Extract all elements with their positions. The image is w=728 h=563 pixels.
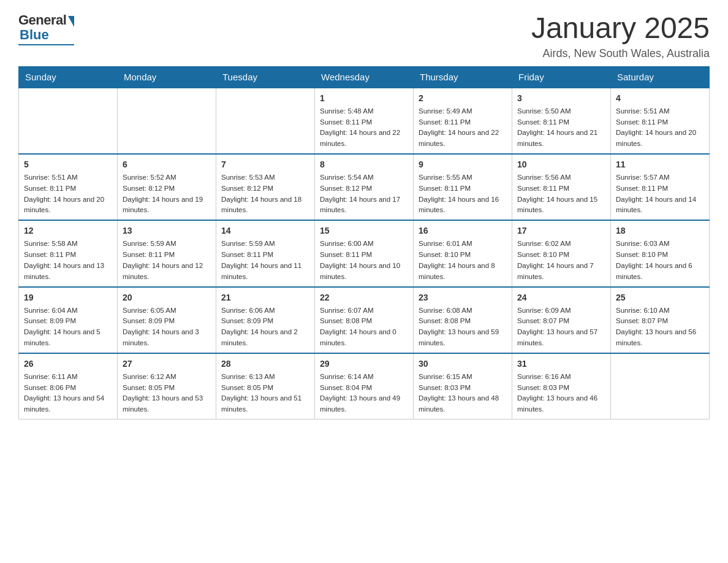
calendar-cell: 12Sunrise: 5:58 AMSunset: 8:11 PMDayligh…	[19, 220, 118, 286]
calendar-header-monday: Monday	[118, 66, 216, 88]
calendar-cell: 3Sunrise: 5:50 AMSunset: 8:11 PMDaylight…	[512, 88, 611, 154]
calendar-cell: 31Sunrise: 6:16 AMSunset: 8:03 PMDayligh…	[512, 353, 611, 419]
calendar-cell: 21Sunrise: 6:06 AMSunset: 8:09 PMDayligh…	[216, 287, 315, 353]
day-info: Sunrise: 5:56 AMSunset: 8:11 PMDaylight:…	[517, 172, 605, 216]
day-number: 9	[419, 158, 507, 171]
calendar-week-row: 5Sunrise: 5:51 AMSunset: 8:11 PMDaylight…	[19, 154, 710, 220]
calendar-cell: 6Sunrise: 5:52 AMSunset: 8:12 PMDaylight…	[118, 154, 216, 220]
calendar-cell: 19Sunrise: 6:04 AMSunset: 8:09 PMDayligh…	[19, 287, 118, 353]
day-info: Sunrise: 6:06 AMSunset: 8:09 PMDaylight:…	[221, 305, 309, 349]
day-info: Sunrise: 6:15 AMSunset: 8:03 PMDaylight:…	[419, 372, 507, 415]
day-number: 10	[517, 158, 605, 171]
calendar-week-row: 26Sunrise: 6:11 AMSunset: 8:06 PMDayligh…	[19, 353, 710, 419]
calendar-table: SundayMondayTuesdayWednesdayThursdayFrid…	[18, 66, 710, 419]
calendar-cell: 11Sunrise: 5:57 AMSunset: 8:11 PMDayligh…	[611, 154, 710, 220]
day-number: 31	[517, 358, 605, 370]
day-number: 30	[419, 358, 507, 370]
calendar-cell: 18Sunrise: 6:03 AMSunset: 8:10 PMDayligh…	[611, 220, 710, 286]
calendar-week-row: 12Sunrise: 5:58 AMSunset: 8:11 PMDayligh…	[19, 220, 710, 286]
calendar-cell: 28Sunrise: 6:13 AMSunset: 8:05 PMDayligh…	[216, 353, 315, 419]
day-info: Sunrise: 6:12 AMSunset: 8:05 PMDaylight:…	[123, 372, 211, 415]
day-info: Sunrise: 6:10 AMSunset: 8:07 PMDaylight:…	[616, 305, 704, 349]
calendar-cell	[118, 88, 216, 154]
day-number: 20	[123, 291, 211, 304]
calendar-cell: 10Sunrise: 5:56 AMSunset: 8:11 PMDayligh…	[512, 154, 611, 220]
calendar-cell: 27Sunrise: 6:12 AMSunset: 8:05 PMDayligh…	[118, 353, 216, 419]
calendar-cell	[216, 88, 315, 154]
calendar-header-friday: Friday	[512, 66, 611, 88]
day-info: Sunrise: 6:04 AMSunset: 8:09 PMDaylight:…	[24, 305, 112, 349]
day-info: Sunrise: 6:01 AMSunset: 8:10 PMDaylight:…	[419, 239, 507, 282]
day-info: Sunrise: 5:51 AMSunset: 8:11 PMDaylight:…	[616, 106, 704, 150]
day-info: Sunrise: 5:51 AMSunset: 8:11 PMDaylight:…	[24, 172, 112, 216]
calendar-cell: 14Sunrise: 5:59 AMSunset: 8:11 PMDayligh…	[216, 220, 315, 286]
logo-underline	[18, 44, 74, 45]
calendar-cell: 4Sunrise: 5:51 AMSunset: 8:11 PMDaylight…	[611, 88, 710, 154]
calendar-cell: 5Sunrise: 5:51 AMSunset: 8:11 PMDaylight…	[19, 154, 118, 220]
day-number: 25	[616, 291, 704, 304]
day-info: Sunrise: 5:52 AMSunset: 8:12 PMDaylight:…	[123, 172, 211, 216]
logo-arrow-icon	[68, 16, 74, 27]
day-number: 24	[517, 291, 605, 304]
day-number: 18	[616, 224, 704, 237]
day-number: 1	[320, 92, 408, 105]
day-number: 8	[320, 158, 408, 171]
page-header: General Blue January 2025 Airds, New Sou…	[18, 12, 710, 60]
day-info: Sunrise: 5:59 AMSunset: 8:11 PMDaylight:…	[221, 239, 309, 282]
day-number: 4	[616, 92, 704, 105]
calendar-cell: 25Sunrise: 6:10 AMSunset: 8:07 PMDayligh…	[611, 287, 710, 353]
day-info: Sunrise: 5:50 AMSunset: 8:11 PMDaylight:…	[517, 106, 605, 150]
calendar-cell	[19, 88, 118, 154]
day-number: 5	[24, 158, 112, 171]
day-number: 2	[419, 92, 507, 105]
day-number: 14	[221, 224, 309, 237]
day-info: Sunrise: 6:11 AMSunset: 8:06 PMDaylight:…	[24, 372, 112, 415]
day-info: Sunrise: 5:48 AMSunset: 8:11 PMDaylight:…	[320, 106, 408, 150]
calendar-header-thursday: Thursday	[414, 66, 512, 88]
calendar-cell: 17Sunrise: 6:02 AMSunset: 8:10 PMDayligh…	[512, 220, 611, 286]
day-number: 29	[320, 358, 408, 370]
day-info: Sunrise: 6:14 AMSunset: 8:04 PMDaylight:…	[320, 372, 408, 415]
calendar-cell: 9Sunrise: 5:55 AMSunset: 8:11 PMDaylight…	[414, 154, 512, 220]
logo-blue-text: Blue	[20, 27, 49, 43]
day-number: 17	[517, 224, 605, 237]
calendar-week-row: 1Sunrise: 5:48 AMSunset: 8:11 PMDaylight…	[19, 88, 710, 154]
day-info: Sunrise: 5:59 AMSunset: 8:11 PMDaylight:…	[123, 239, 211, 282]
day-info: Sunrise: 6:00 AMSunset: 8:11 PMDaylight:…	[320, 239, 408, 282]
location-text: Airds, New South Wales, Australia	[531, 47, 710, 60]
calendar-cell: 7Sunrise: 5:53 AMSunset: 8:12 PMDaylight…	[216, 154, 315, 220]
day-number: 3	[517, 92, 605, 105]
calendar-header-sunday: Sunday	[19, 66, 118, 88]
day-info: Sunrise: 6:03 AMSunset: 8:10 PMDaylight:…	[616, 239, 704, 282]
calendar-header-tuesday: Tuesday	[216, 66, 315, 88]
day-number: 16	[419, 224, 507, 237]
day-info: Sunrise: 6:16 AMSunset: 8:03 PMDaylight:…	[517, 372, 605, 415]
day-info: Sunrise: 6:13 AMSunset: 8:05 PMDaylight:…	[221, 372, 309, 415]
calendar-cell: 29Sunrise: 6:14 AMSunset: 8:04 PMDayligh…	[315, 353, 414, 419]
day-info: Sunrise: 6:07 AMSunset: 8:08 PMDaylight:…	[320, 305, 408, 349]
day-info: Sunrise: 5:58 AMSunset: 8:11 PMDaylight:…	[24, 239, 112, 282]
calendar-cell: 8Sunrise: 5:54 AMSunset: 8:12 PMDaylight…	[315, 154, 414, 220]
day-number: 28	[221, 358, 309, 370]
calendar-header-saturday: Saturday	[611, 66, 710, 88]
day-number: 26	[24, 358, 112, 370]
title-section: January 2025 Airds, New South Wales, Aus…	[531, 12, 710, 60]
day-info: Sunrise: 6:02 AMSunset: 8:10 PMDaylight:…	[517, 239, 605, 282]
calendar-cell: 1Sunrise: 5:48 AMSunset: 8:11 PMDaylight…	[315, 88, 414, 154]
day-number: 15	[320, 224, 408, 237]
day-info: Sunrise: 5:49 AMSunset: 8:11 PMDaylight:…	[419, 106, 507, 150]
day-info: Sunrise: 6:05 AMSunset: 8:09 PMDaylight:…	[123, 305, 211, 349]
day-number: 12	[24, 224, 112, 237]
day-number: 23	[419, 291, 507, 304]
day-info: Sunrise: 5:57 AMSunset: 8:11 PMDaylight:…	[616, 172, 704, 216]
calendar-cell: 24Sunrise: 6:09 AMSunset: 8:07 PMDayligh…	[512, 287, 611, 353]
calendar-cell: 30Sunrise: 6:15 AMSunset: 8:03 PMDayligh…	[414, 353, 512, 419]
day-number: 11	[616, 158, 704, 171]
logo: General Blue	[18, 12, 74, 45]
day-number: 7	[221, 158, 309, 171]
day-info: Sunrise: 5:53 AMSunset: 8:12 PMDaylight:…	[221, 172, 309, 216]
logo-general-text: General	[18, 12, 66, 28]
day-info: Sunrise: 6:08 AMSunset: 8:08 PMDaylight:…	[419, 305, 507, 349]
calendar-cell: 15Sunrise: 6:00 AMSunset: 8:11 PMDayligh…	[315, 220, 414, 286]
day-info: Sunrise: 5:55 AMSunset: 8:11 PMDaylight:…	[419, 172, 507, 216]
